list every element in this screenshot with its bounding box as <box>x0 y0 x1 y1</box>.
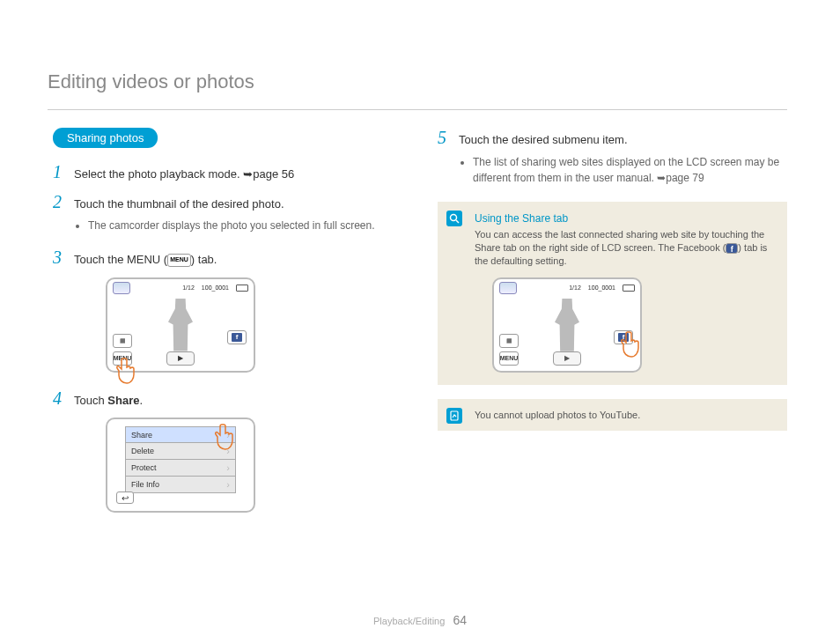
step-text-post: . <box>139 394 143 407</box>
note-icon <box>446 408 462 424</box>
step-ref: page 56 <box>253 167 294 181</box>
footer-page-number: 64 <box>453 613 467 627</box>
svg-line-1 <box>456 220 459 223</box>
grid-button[interactable]: ▦ <box>499 334 519 348</box>
arrow-icon: ➥ <box>657 170 666 186</box>
file-label: 100_0001 <box>202 285 229 291</box>
menu-chip-icon: MENU <box>167 254 191 267</box>
grid-button[interactable]: ▦ <box>113 334 132 348</box>
chevron-right-icon: › <box>226 462 230 473</box>
bullet-text: The list of sharing web sites displayed … <box>473 156 779 184</box>
info-text-pre: You can access the last connected sharin… <box>475 229 764 253</box>
menu-item-label: Delete <box>131 447 154 455</box>
step-bullet: The camcorder displays the photo you sel… <box>88 218 375 233</box>
menu-item-share[interactable]: Share› <box>125 426 236 443</box>
page-title: Editing videos or photos <box>48 70 787 93</box>
menu-item-label: Share <box>131 431 152 440</box>
step-text: Touch the thumbnail of the desired photo… <box>74 197 284 211</box>
arrow-icon: ➥ <box>243 166 253 183</box>
step-text-pre: Touch the MENU ( <box>74 253 167 266</box>
step-1: 1 Select the photo playback mode. ➥page … <box>53 162 402 183</box>
menu-item-protect[interactable]: Protect› <box>125 460 236 477</box>
section-pill: Sharing photos <box>53 128 158 148</box>
menu-item-fileinfo[interactable]: File Info› <box>125 477 236 493</box>
chevron-right-icon: › <box>226 430 230 440</box>
menu-button[interactable]: MENU <box>499 351 519 366</box>
step-number: 2 <box>53 192 65 212</box>
step-strong: Share <box>107 394 139 407</box>
facebook-tab-button[interactable]: f <box>227 330 247 344</box>
camera-screen: 1/12 100_0001 ▦ MENU ▶ f <box>106 277 255 373</box>
step-number: 5 <box>438 128 450 148</box>
step-number: 4 <box>53 388 65 409</box>
facebook-icon: f <box>726 243 738 254</box>
figure-menu-list: Share› Delete› Protect› File Info› ↩ <box>106 418 402 513</box>
menu-item-label: File Info <box>131 480 159 489</box>
step-text-pre: Touch <box>74 394 107 407</box>
magnifier-icon <box>446 211 462 226</box>
right-column: 5 Touch the desired submenu item. The li… <box>438 128 787 528</box>
step-text-post: ) tab. <box>191 253 217 266</box>
title-rule <box>48 109 787 110</box>
menu-item-delete[interactable]: Delete› <box>125 443 236 460</box>
info-box-share-tab: Using the Share tab You can access the l… <box>438 202 787 385</box>
step-number: 3 <box>53 248 65 268</box>
figure-camera-menu: 1/12 100_0001 ▦ MENU ▶ f <box>106 277 402 373</box>
menu-screen: Share› Delete› Protect› File Info› ↩ <box>106 418 255 513</box>
back-button[interactable]: ↩ <box>116 491 134 504</box>
battery-icon <box>623 285 635 292</box>
step-4: 4 Touch Share. <box>53 388 402 410</box>
facebook-tab-button[interactable]: f <box>614 330 633 344</box>
page-footer: Playback/Editing 64 <box>0 613 840 627</box>
svg-point-0 <box>451 214 457 220</box>
step-3: 3 Touch the MENU (MENU) tab. <box>53 248 402 269</box>
chevron-right-icon: › <box>226 446 230 456</box>
step-text: Select the photo playback mode. <box>74 167 243 181</box>
step-5: 5 Touch the desired submenu item. The li… <box>438 128 787 191</box>
play-button[interactable]: ▶ <box>166 351 195 366</box>
play-button[interactable]: ▶ <box>553 351 581 366</box>
left-column: Sharing photos 1 Select the photo playba… <box>53 128 402 528</box>
step-bullet: The list of sharing web sites displayed … <box>473 154 787 186</box>
photo-silhouette <box>168 299 193 351</box>
note-box: You cannot upload photos to YouTube. <box>438 399 787 431</box>
battery-icon <box>236 285 248 292</box>
step-text: Touch the desired submenu item. <box>459 133 628 146</box>
info-title: Using the Share tab <box>475 212 775 225</box>
counter-label: 1/12 <box>182 285 195 291</box>
counter-label: 1/12 <box>569 285 581 291</box>
menu-item-label: Protect <box>131 463 157 472</box>
camera-screen: 1/12 100_0001 ▦ MENU ▶ f <box>492 277 642 373</box>
step-2: 2 Touch the thumbnail of the desired pho… <box>53 192 402 240</box>
photo-silhouette <box>555 299 579 351</box>
thumbnail-icon <box>499 282 517 294</box>
chevron-right-icon: › <box>226 479 230 490</box>
bullet-ref: page 79 <box>666 172 704 184</box>
step-number: 1 <box>53 162 65 182</box>
thumbnail-icon <box>113 282 130 294</box>
file-label: 100_0001 <box>588 285 615 291</box>
menu-button[interactable]: MENU <box>113 351 132 366</box>
note-text: You cannot upload photos to YouTube. <box>475 410 775 420</box>
info-text: You can access the last connected sharin… <box>475 228 775 269</box>
footer-section: Playback/Editing <box>373 616 445 626</box>
